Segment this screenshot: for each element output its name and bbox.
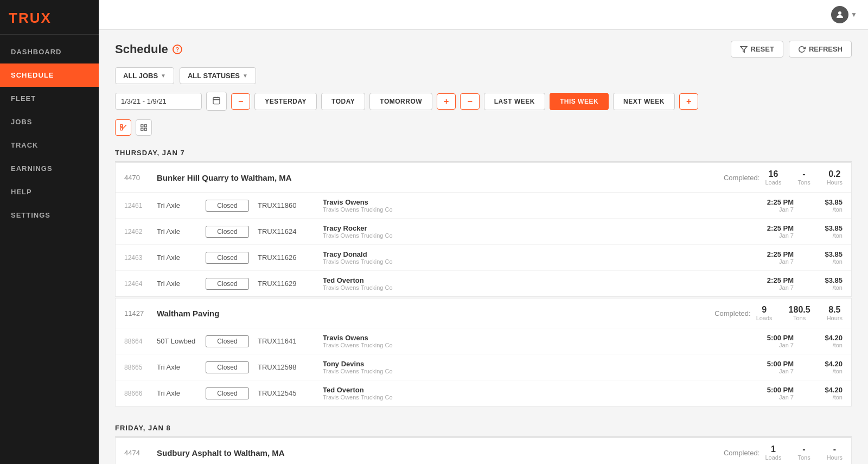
sidebar-item-earnings[interactable]: EARNINGS bbox=[0, 157, 99, 180]
assign-rate-0-0-0: $3.85 /ton bbox=[810, 198, 843, 213]
assign-time-0-1-2: 5:00 PM Jan 7 bbox=[767, 386, 794, 401]
sidebar-item-help[interactable]: HELP bbox=[0, 180, 99, 204]
sidebar-item-settings[interactable]: SETTINGS bbox=[0, 204, 99, 227]
job-completed-label-0-0: Completed: bbox=[724, 174, 760, 182]
job-id-1-0: 4474 bbox=[124, 449, 157, 457]
job-name-1-0: Sudbury Asphalt to Waltham, MA bbox=[157, 448, 724, 457]
assign-driver-0-0-2: Tracy Donald Travis Owens Trucking Co bbox=[323, 250, 767, 265]
date-range-input[interactable] bbox=[115, 93, 202, 110]
assign-time-0-0-2: 2:25 PM Jan 7 bbox=[767, 250, 794, 265]
assign-time-0-0-1: 2:25 PM Jan 7 bbox=[767, 224, 794, 239]
job-stat-0-0-0: 16 Loads bbox=[765, 169, 781, 186]
job-stats-0-0: 16 Loads - Tons 0.2 Hours bbox=[765, 169, 843, 186]
jobs-filter-arrow: ▼ bbox=[161, 73, 166, 79]
calendar-button[interactable] bbox=[206, 92, 227, 111]
yesterday-button[interactable]: YESTERDAY bbox=[254, 93, 317, 110]
statuses-filter-button[interactable]: ALL STATUSES ▼ bbox=[180, 67, 256, 84]
assignment-row-0-1-0[interactable]: 88664 50T Lowbed Closed TRUX11641 Travis… bbox=[116, 328, 851, 354]
assign-id-0-0-3: 12464 bbox=[124, 280, 157, 288]
last-week-button[interactable]: LAST WEEK bbox=[484, 93, 545, 110]
svg-rect-7 bbox=[120, 128, 123, 130]
day-header-0: THURSDAY, JAN 7 bbox=[115, 144, 852, 162]
assign-rate-0-0-3: $3.85 /ton bbox=[810, 276, 843, 291]
job-completed-label-0-1: Completed: bbox=[714, 309, 750, 317]
assign-truck-0-0-3: TRUX11629 bbox=[258, 279, 317, 288]
assign-truck-0-1-0: TRUX11641 bbox=[258, 337, 317, 345]
day-prev-button[interactable]: − bbox=[231, 93, 250, 110]
filters-row: ALL JOBS ▼ ALL STATUSES ▼ bbox=[115, 67, 852, 84]
job-id-0-0: 4470 bbox=[124, 174, 157, 182]
tomorrow-button[interactable]: TOMORROW bbox=[369, 93, 432, 110]
job-stat-1-0-2: - Hours bbox=[827, 444, 843, 461]
job-group-1-0: 4474 Sudbury Asphalt to Waltham, MA Comp… bbox=[115, 437, 852, 464]
this-week-button[interactable]: THIS WEEK bbox=[550, 93, 609, 110]
grid-view-button[interactable] bbox=[136, 119, 152, 136]
assignment-row-0-0-2[interactable]: 12463 Tri Axle Closed TRUX11626 Tracy Do… bbox=[116, 245, 851, 271]
assign-truck-0-1-1: TRUX12598 bbox=[258, 363, 317, 371]
assign-rate-0-0-1: $3.85 /ton bbox=[810, 224, 843, 239]
main-content: Schedule ? RESET REFRESH ALL JOBS ▼ bbox=[99, 30, 868, 464]
reset-button[interactable]: RESET bbox=[731, 41, 783, 58]
week-next-button[interactable]: + bbox=[679, 93, 698, 110]
job-stat-0-0-2: 0.2 Hours bbox=[827, 169, 843, 186]
sidebar-item-track[interactable]: TRACK bbox=[0, 134, 99, 157]
assignment-row-0-0-0[interactable]: 12461 Tri Axle Closed TRUX11860 Travis O… bbox=[116, 193, 851, 219]
sidebar-item-jobs[interactable]: JOBS bbox=[0, 110, 99, 134]
assign-type-0-0-1: Tri Axle bbox=[157, 227, 206, 236]
sidebar-item-dashboard[interactable]: DASHBOARD bbox=[0, 40, 99, 63]
svg-marker-1 bbox=[741, 46, 747, 52]
job-header-1-0: 4474 Sudbury Asphalt to Waltham, MA Comp… bbox=[116, 438, 851, 464]
day-header-1: FRIDAY, JAN 8 bbox=[115, 419, 852, 437]
assign-type-0-1-0: 50T Lowbed bbox=[157, 337, 206, 345]
app-logo: TRUX bbox=[9, 10, 52, 26]
svg-rect-2 bbox=[213, 98, 220, 104]
assignment-row-0-0-3[interactable]: 12464 Tri Axle Closed TRUX11629 Ted Over… bbox=[116, 271, 851, 296]
days-container: THURSDAY, JAN 7 4470 Bunker Hill Quarry … bbox=[115, 144, 852, 464]
assign-id-0-1-0: 88664 bbox=[124, 338, 157, 345]
assign-rate-0-1-2: $4.20 /ton bbox=[810, 386, 843, 401]
assign-id-0-1-1: 88665 bbox=[124, 364, 157, 371]
assign-time-0-1-1: 5:00 PM Jan 7 bbox=[767, 360, 794, 374]
job-stat-1-0-1: - Tons bbox=[797, 444, 810, 461]
assignment-row-0-0-1[interactable]: 12462 Tri Axle Closed TRUX11624 Tracy Ro… bbox=[116, 219, 851, 245]
today-button[interactable]: TODAY bbox=[321, 93, 365, 110]
job-stat-0-0-1: - Tons bbox=[797, 169, 810, 186]
list-view-button[interactable] bbox=[115, 119, 131, 136]
job-stat-0-1-2: 8.5 Hours bbox=[827, 305, 843, 321]
sidebar-item-fleet[interactable]: FLEET bbox=[0, 87, 99, 110]
sidebar-nav: DASHBOARDSCHEDULEFLEETJOBSTRACKEARNINGSH… bbox=[0, 35, 99, 227]
assign-id-0-0-2: 12463 bbox=[124, 254, 157, 262]
status-badge-0-0-3: Closed bbox=[206, 278, 249, 290]
user-avatar[interactable] bbox=[831, 6, 848, 23]
user-dropdown-arrow[interactable]: ▼ bbox=[851, 11, 857, 18]
status-badge-0-1-1: Closed bbox=[206, 361, 249, 373]
job-stat-1-0-0: 1 Loads bbox=[765, 444, 781, 461]
page-header: Schedule ? RESET REFRESH bbox=[115, 41, 852, 58]
job-header-0-0: 4470 Bunker Hill Quarry to Waltham, MA C… bbox=[116, 163, 851, 193]
assignment-row-0-1-1[interactable]: 88665 Tri Axle Closed TRUX12598 Tony Dev… bbox=[116, 354, 851, 380]
view-toggle bbox=[115, 119, 852, 136]
sidebar-item-schedule[interactable]: SCHEDULE bbox=[0, 63, 99, 87]
day-next-button[interactable]: + bbox=[437, 93, 456, 110]
main-area: ▼ Schedule ? RESET REFRESH bbox=[99, 0, 868, 464]
assign-driver-0-1-0: Travis Owens Travis Owens Trucking Co bbox=[323, 334, 767, 348]
next-week-button[interactable]: NEXT WEEK bbox=[613, 93, 675, 110]
assign-truck-0-1-2: TRUX12545 bbox=[258, 389, 317, 397]
assign-type-0-1-2: Tri Axle bbox=[157, 389, 206, 397]
assignment-row-0-1-2[interactable]: 88666 Tri Axle Closed TRUX12545 Ted Over… bbox=[116, 380, 851, 406]
assign-truck-0-0-2: TRUX11626 bbox=[258, 253, 317, 262]
job-header-0-1: 11427 Waltham Paving Completed: 9 Loads … bbox=[116, 298, 851, 328]
jobs-filter-button[interactable]: ALL JOBS ▼ bbox=[115, 67, 174, 84]
assign-time-0-1-0: 5:00 PM Jan 7 bbox=[767, 334, 794, 348]
help-icon[interactable]: ? bbox=[173, 45, 182, 54]
status-badge-0-1-2: Closed bbox=[206, 387, 249, 399]
assign-type-0-0-0: Tri Axle bbox=[157, 201, 206, 209]
day-section-0: THURSDAY, JAN 7 4470 Bunker Hill Quarry … bbox=[115, 144, 852, 406]
svg-rect-9 bbox=[144, 125, 146, 127]
status-badge-0-0-0: Closed bbox=[206, 200, 249, 212]
job-group-0-0: 4470 Bunker Hill Quarry to Waltham, MA C… bbox=[115, 162, 852, 297]
job-stats-0-1: 9 Loads 180.5 Tons 8.5 Hours bbox=[756, 305, 843, 321]
job-group-0-1: 11427 Waltham Paving Completed: 9 Loads … bbox=[115, 298, 852, 406]
week-prev-button[interactable]: − bbox=[460, 93, 479, 110]
refresh-button[interactable]: REFRESH bbox=[789, 41, 852, 58]
